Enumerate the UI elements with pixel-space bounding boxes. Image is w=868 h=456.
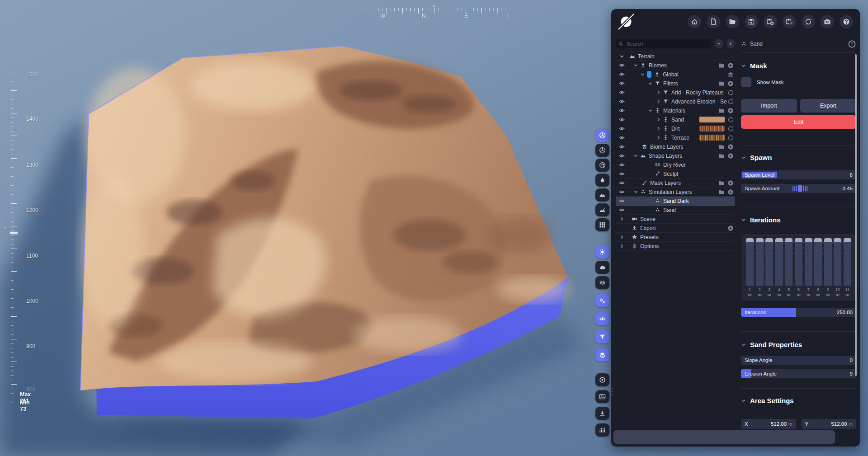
tree-row-global[interactable]: Global bbox=[616, 70, 735, 79]
plus-action-icon[interactable] bbox=[727, 189, 734, 195]
tree-row-simulation-layers[interactable]: Simulation Layers bbox=[616, 188, 735, 197]
visibility-toggle[interactable] bbox=[616, 89, 627, 95]
eye-tool-button[interactable] bbox=[595, 312, 609, 325]
panel-drag-handle[interactable] bbox=[612, 388, 613, 395]
iteration-visibility-toggle[interactable] bbox=[786, 292, 791, 297]
plus-action-icon[interactable] bbox=[727, 144, 734, 150]
import-button[interactable]: Import bbox=[741, 99, 797, 113]
dirt-material-swatch[interactable] bbox=[699, 126, 725, 132]
iteration-visibility-toggle[interactable] bbox=[845, 292, 850, 297]
iteration-slider-track[interactable] bbox=[805, 242, 812, 286]
tree-row-scene[interactable]: Scene bbox=[616, 215, 735, 224]
mountain-tool-button[interactable] bbox=[595, 188, 609, 202]
expand-toggle[interactable] bbox=[656, 117, 661, 122]
folder-open-button[interactable] bbox=[726, 15, 739, 28]
sync-action-icon[interactable] bbox=[727, 99, 734, 105]
terrace-material-swatch[interactable] bbox=[699, 135, 725, 141]
spawn-section-header[interactable]: Spawn bbox=[741, 154, 856, 161]
home-button[interactable] bbox=[688, 15, 701, 28]
tree-row-sand[interactable]: Sand bbox=[616, 206, 735, 215]
expand-toggle[interactable] bbox=[633, 153, 639, 159]
iteration-column-6[interactable]: 6 bbox=[795, 238, 802, 299]
edit-mask-button[interactable]: Edit bbox=[741, 115, 856, 129]
tree-row-sand[interactable]: Sand bbox=[616, 115, 735, 124]
gears-tool-button[interactable] bbox=[595, 294, 609, 307]
iteration-slider-track[interactable] bbox=[824, 242, 832, 286]
expand-toggle[interactable] bbox=[656, 126, 661, 132]
visibility-toggle[interactable] bbox=[616, 126, 627, 132]
iteration-column-7[interactable]: 7 bbox=[805, 238, 812, 299]
iteration-visibility-toggle[interactable] bbox=[796, 292, 801, 297]
iteration-column-3[interactable]: 3 bbox=[765, 238, 773, 299]
iteration-column-8[interactable]: 8 bbox=[814, 238, 822, 299]
tree-row-options[interactable]: Options bbox=[616, 242, 735, 251]
expand-toggle[interactable] bbox=[616, 216, 627, 222]
iteration-column-1[interactable]: 1 bbox=[746, 238, 754, 299]
sync-action-icon[interactable] bbox=[727, 126, 734, 132]
power-icon[interactable] bbox=[848, 40, 856, 48]
expand-toggle[interactable] bbox=[656, 135, 661, 141]
iteration-visibility-toggle[interactable] bbox=[777, 292, 782, 297]
export-button[interactable]: Export bbox=[800, 99, 856, 113]
visibility-toggle[interactable] bbox=[616, 198, 627, 204]
expand-toggle[interactable] bbox=[633, 189, 639, 195]
folder-action-icon[interactable] bbox=[718, 153, 725, 159]
iteration-slider-cap[interactable] bbox=[805, 238, 812, 242]
download-tool-button[interactable] bbox=[595, 407, 609, 420]
iteration-slider-track[interactable] bbox=[834, 242, 841, 286]
iteration-visibility-toggle[interactable] bbox=[747, 292, 752, 297]
tree-row-export[interactable]: Export bbox=[616, 224, 735, 233]
iteration-column-9[interactable]: 9 bbox=[824, 238, 832, 299]
iteration-column-4[interactable]: 4 bbox=[775, 238, 783, 299]
layers-tool-button[interactable] bbox=[595, 348, 609, 362]
expand-tree-button[interactable] bbox=[726, 39, 735, 48]
folder-action-icon[interactable] bbox=[718, 180, 725, 186]
expand-toggle[interactable] bbox=[616, 53, 627, 59]
slope-angle-slider[interactable]: Slope Angle 0 bbox=[741, 356, 856, 365]
iterations-graph[interactable]: 1234567891011 bbox=[741, 234, 856, 301]
tree-row-mask-layers[interactable]: Mask Layers bbox=[616, 179, 735, 188]
iteration-visibility-toggle[interactable] bbox=[816, 292, 821, 297]
expand-toggle[interactable] bbox=[656, 89, 661, 95]
iterations-section-header[interactable]: Iterations bbox=[741, 216, 856, 224]
iteration-slider-cap[interactable] bbox=[765, 238, 773, 242]
visibility-toggle[interactable] bbox=[616, 162, 627, 168]
tree-row-presets[interactable]: Presets bbox=[616, 233, 735, 242]
camera-button[interactable] bbox=[821, 15, 834, 28]
iterations-slider[interactable]: Iterations 250.00 bbox=[741, 308, 856, 317]
iteration-slider-cap[interactable] bbox=[746, 238, 754, 242]
visibility-toggle[interactable] bbox=[616, 135, 627, 141]
visibility-toggle[interactable] bbox=[616, 180, 627, 186]
tree-row-sculpt[interactable]: Sculpt bbox=[616, 169, 735, 179]
visibility-toggle[interactable] bbox=[616, 62, 627, 68]
iteration-slider-cap[interactable] bbox=[844, 238, 851, 242]
plus-action-icon[interactable] bbox=[727, 180, 734, 186]
save-edit-button[interactable] bbox=[783, 15, 796, 28]
plus-action-icon[interactable] bbox=[727, 108, 734, 114]
tree-row-dry-river[interactable]: Dry River bbox=[616, 160, 735, 169]
grid-tool-button[interactable] bbox=[595, 218, 609, 231]
sun-tool-button[interactable] bbox=[595, 245, 609, 259]
expand-panel-arrow[interactable]: › bbox=[4, 223, 6, 231]
cloud-tool-button[interactable] bbox=[595, 261, 609, 274]
sphere-swirl-tool-button[interactable] bbox=[595, 159, 609, 172]
iteration-slider-track[interactable] bbox=[814, 242, 822, 286]
iteration-column-11[interactable]: 11 bbox=[844, 238, 851, 299]
iteration-slider-track[interactable] bbox=[785, 242, 793, 286]
compass-ruler[interactable]: ⌄ W N E S bbox=[355, 2, 513, 20]
funnel-tool-button[interactable] bbox=[595, 330, 609, 343]
file-button[interactable] bbox=[707, 15, 720, 28]
visibility-toggle[interactable] bbox=[616, 80, 627, 86]
plus-action-icon[interactable] bbox=[727, 153, 734, 159]
iteration-slider-cap[interactable] bbox=[775, 238, 783, 242]
area-y-field[interactable]: Y 512.00 m bbox=[802, 419, 857, 429]
iteration-slider-track[interactable] bbox=[746, 242, 754, 286]
visibility-toggle[interactable] bbox=[616, 207, 627, 213]
save-add-button[interactable] bbox=[764, 15, 777, 28]
visibility-toggle[interactable] bbox=[616, 189, 627, 195]
sphere-outline-tool-button[interactable] bbox=[595, 144, 609, 157]
iteration-column-2[interactable]: 2 bbox=[756, 238, 764, 299]
plus-action-icon[interactable] bbox=[727, 62, 734, 69]
expand-toggle[interactable] bbox=[647, 80, 653, 86]
sync-action-icon[interactable] bbox=[727, 117, 734, 123]
